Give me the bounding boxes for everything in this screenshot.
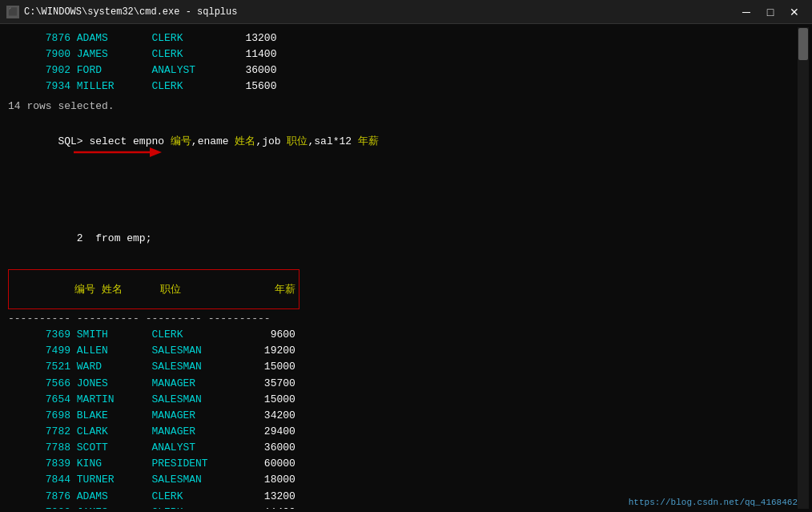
sql-line-2: 2 from emp; (8, 215, 793, 263)
rows-selected-1: 14 rows selected. (8, 99, 793, 115)
url-label: https://blog.csdn.net/qq_4168462 (629, 498, 798, 507)
top-rows: 7876 ADAMS CLERK 13200 7900 JAMES CLERK … (8, 30, 793, 95)
table-row: 7788 SCOTT ANALYST 36000 (8, 440, 793, 456)
scrollbar[interactable] (798, 27, 809, 509)
table-row: 7521 WARD SALESMAN 15000 (8, 359, 793, 375)
title-text: C:\WINDOWS\system32\cmd.exe - sqlplus (24, 6, 237, 18)
title-bar: ⬛ C:\WINDOWS\system32\cmd.exe - sqlplus … (0, 0, 812, 24)
title-bar-controls: ─ □ ✕ (735, 3, 806, 21)
list-item: 7902 FORD ANALYST 36000 (8, 62, 793, 79)
table-row: 7654 MARTIN SALESMAN 15000 (8, 392, 793, 408)
maximize-button[interactable]: □ (759, 3, 782, 21)
table-row: 7566 JONES MANAGER 35700 (8, 376, 793, 392)
terminal: 7876 ADAMS CLERK 13200 7900 JAMES CLERK … (0, 24, 812, 512)
table-row: 7782 CLARK MANAGER 29400 (8, 424, 793, 440)
close-button[interactable]: ✕ (783, 3, 806, 21)
red-arrow-icon (74, 145, 162, 159)
scrollbar-thumb[interactable] (798, 28, 808, 60)
list-item: 7876 ADAMS CLERK 13200 (8, 30, 793, 46)
table-row: 7369 SMITH CLERK 9600 (8, 327, 793, 343)
separator-line: ---------- ---------- --------- --------… (8, 311, 793, 327)
table-row: 7499 ALLEN SALESMAN 19200 (8, 343, 793, 359)
result-header-section: 编号 姓名 职位 年薪 ---------- ---------- ------… (8, 268, 793, 327)
terminal-content: 7876 ADAMS CLERK 13200 7900 JAMES CLERK … (3, 27, 798, 509)
cmd-icon: ⬛ (6, 6, 19, 18)
minimize-button[interactable]: ─ (735, 3, 758, 21)
header-row: 编号 姓名 职位 年薪 (12, 284, 295, 308)
header-box: 编号 姓名 职位 年薪 (8, 269, 299, 309)
sql-query-block: SQL> select empno 编号,ename 姓名,job 职位,sal… (8, 118, 793, 263)
svg-marker-1 (150, 147, 162, 157)
table-row: 7698 BLAKE MANAGER 34200 (8, 408, 793, 424)
data-table: 7369 SMITH CLERK 9600 7499 ALLEN SALESMA… (8, 327, 793, 509)
list-item: 7900 JAMES CLERK 11400 (8, 46, 793, 62)
table-row: 7839 KING PRESIDENT 60000 (8, 456, 793, 472)
title-bar-left: ⬛ C:\WINDOWS\system32\cmd.exe - sqlplus (6, 6, 237, 18)
table-row: 7844 TURNER SALESMAN 18000 (8, 472, 793, 488)
sql-line-1: SQL> select empno 编号,ename 姓名,job 职位,sal… (8, 118, 793, 215)
list-item: 7934 MILLER CLERK 15600 (8, 79, 793, 95)
